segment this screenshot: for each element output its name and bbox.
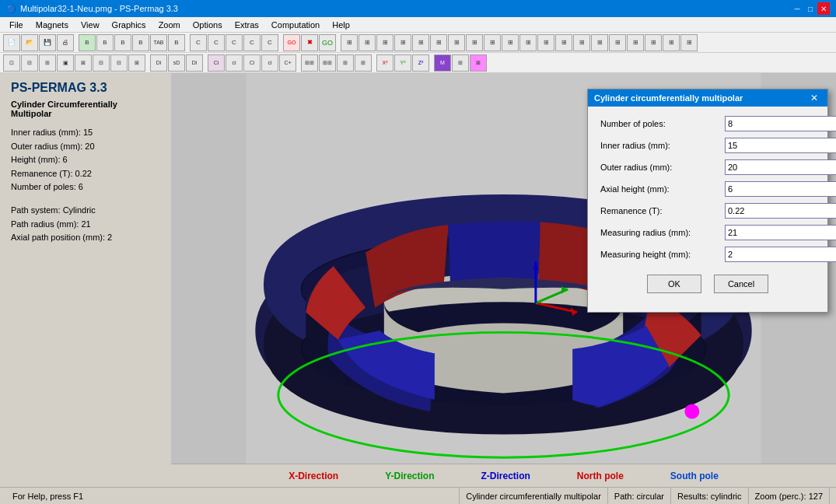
legend-y-direction[interactable]: Y-Direction [385,471,434,481]
remanence-input[interactable] [725,203,836,219]
tb2-b3[interactable]: Di [186,54,203,72]
num-poles-input[interactable] [725,116,836,131]
menu-computation[interactable]: Computation [265,19,326,31]
tb-e17[interactable]: ⊞ [627,34,644,51]
tb2-e2[interactable]: Y² [394,54,411,72]
tb-b3[interactable]: B [114,34,131,51]
tb-d1[interactable]: GO [283,34,300,51]
tb-b4[interactable]: B [132,34,149,51]
menu-file[interactable]: File [3,19,30,31]
form-row-measuring-height: Measuring height (mm): [600,247,815,262]
tb-e6[interactable]: ⊞ [430,34,447,51]
tb2-c4[interactable]: ci [261,54,278,72]
tb2-c2[interactable]: ci [226,54,243,72]
tb2-d3[interactable]: ⊞ [337,54,354,72]
tb-e7[interactable]: ⊞ [448,34,465,51]
tb2-f1[interactable]: M [434,54,451,72]
tb-e12[interactable]: ⊞ [537,34,554,51]
tb-save[interactable]: 💾 [39,34,56,51]
minimize-button[interactable]: ─ [791,2,803,15]
axial-height-input[interactable] [725,181,836,197]
tb-c2[interactable]: C [208,34,225,51]
titlebar: 🔵 Multipolar32-1-Neu.pmg - PS-Permag 3.3… [0,0,836,17]
menu-graphics[interactable]: Graphics [106,19,152,31]
tb2-c3[interactable]: Ci [243,54,261,72]
tb2-c5[interactable]: C+ [279,54,296,72]
close-button[interactable]: ✕ [817,2,830,15]
tb-b1[interactable]: B [79,34,96,51]
tb-open[interactable]: 📂 [21,34,38,51]
tb-e15[interactable]: ⊞ [591,34,608,51]
tb2-e3[interactable]: Z² [412,54,429,72]
tb2-a4[interactable]: ▣ [57,54,74,72]
tb2-a2[interactable]: ⊟ [21,54,38,72]
tb-e14[interactable]: ⊞ [573,34,590,51]
tb2-c1[interactable]: Ci [208,54,225,72]
tb2-e1[interactable]: X² [376,54,394,72]
window-title: Multipolar32-1-Neu.pmg - PS-Permag 3.3 [20,4,791,13]
menu-options[interactable]: Options [187,19,229,31]
inner-radius-input[interactable] [725,138,836,153]
ok-button[interactable]: OK [647,275,701,293]
menu-view[interactable]: View [75,19,106,31]
tb-c1[interactable]: C [190,34,207,51]
legend-x-direction[interactable]: X-Direction [289,471,338,481]
menu-magnets[interactable]: Magnets [30,19,75,31]
tb-e2[interactable]: ⊞ [359,34,376,51]
tb-print[interactable]: 🖨 [57,34,74,51]
tb2-b2[interactable]: sD [168,54,185,72]
tb-e10[interactable]: ⊞ [502,34,519,51]
tb-e16[interactable]: ⊞ [609,34,626,51]
tb-c4[interactable]: C [243,34,261,51]
tb2-b1[interactable]: Di [150,54,167,72]
legend-south-pole[interactable]: South pole [670,471,719,481]
maximize-button[interactable]: □ [804,2,817,15]
menu-zoom[interactable]: Zoom [152,19,187,31]
tb-new[interactable]: 📄 [3,34,20,51]
tb-b5[interactable]: TAB [150,34,167,51]
tb-e5[interactable]: ⊞ [412,34,429,51]
viewport[interactable]: X-Direction Y-Direction Z-Direction Nort… [171,73,836,487]
tb-e20[interactable]: ⊞ [680,34,698,51]
outer-radius-input[interactable] [725,159,836,175]
measuring-height-label: Measuring height (mm): [600,250,725,259]
menu-help[interactable]: Help [326,19,356,31]
tb2-d1[interactable]: ⊞⊞ [301,54,318,72]
num-poles-label: Number of poles: [600,119,725,128]
tb2-a7[interactable]: ⊟ [110,54,128,72]
tb-e8[interactable]: ⊞ [466,34,483,51]
tb2-f3[interactable]: ⊠ [470,54,487,72]
tb2-d4[interactable]: ⊞ [355,54,372,72]
tb-e9[interactable]: ⊞ [484,34,501,51]
tb-e19[interactable]: ⊞ [663,34,680,51]
magnet-type-status: Cylinder circumferentially multipolar [460,488,608,504]
tb-e13[interactable]: ⊞ [555,34,572,51]
cancel-button[interactable]: Cancel [714,275,768,293]
tb-e1[interactable]: ⊞ [341,34,358,51]
tb2-f2[interactable]: ⊞ [452,54,469,72]
main-area: PS-PERMAG 3.3 Cylinder Circumferentially… [0,73,836,487]
legend-north-pole[interactable]: North pole [577,471,624,481]
tb-b6[interactable]: B [168,34,185,51]
tb-e4[interactable]: ⊞ [394,34,411,51]
tb-e18[interactable]: ⊞ [645,34,662,51]
menu-extras[interactable]: Extras [229,19,265,31]
measuring-height-input[interactable] [725,247,836,262]
tb-c5[interactable]: C [261,34,278,51]
statusbar: For Help, press F1 Cylinder circumferent… [0,487,836,504]
tb-d2[interactable]: ✖ [301,34,318,51]
modal-close-button[interactable]: ✕ [807,91,821,105]
tb2-a1[interactable]: ⊡ [3,54,20,72]
tb2-a6[interactable]: ⊟ [93,54,110,72]
legend-z-direction[interactable]: Z-Direction [481,471,530,481]
tb2-a8[interactable]: ⊠ [128,54,145,72]
tb-e11[interactable]: ⊞ [519,34,537,51]
tb-d3[interactable]: GO [319,34,336,51]
tb2-a3[interactable]: ⊞ [39,54,56,72]
tb2-a5[interactable]: ⊠ [75,54,92,72]
tb-c3[interactable]: C [226,34,243,51]
measuring-radius-input[interactable] [725,225,836,240]
tb-b2[interactable]: B [96,34,114,51]
tb2-d2[interactable]: ⊞⊞ [319,54,336,72]
tb-e3[interactable]: ⊞ [376,34,394,51]
